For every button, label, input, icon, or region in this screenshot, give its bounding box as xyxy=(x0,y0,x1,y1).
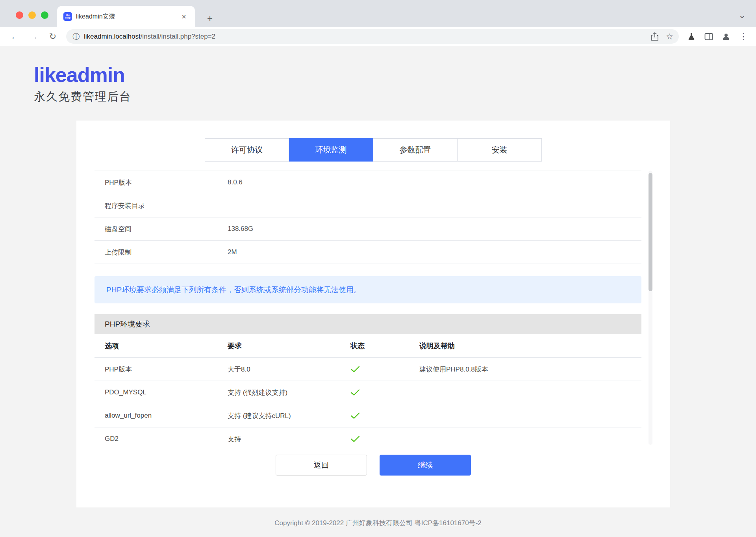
step-tabs: 许可协议 环境监测 参数配置 安装 xyxy=(205,121,542,162)
req-requirement: 大于8.0 xyxy=(228,365,350,374)
req-option: PHP版本 xyxy=(105,365,228,374)
req-requirement: 支持 xyxy=(228,435,350,444)
browser-chrome: like shop likeadmin安装 × + ⌄ ← → ↻ ⓘ like… xyxy=(0,0,756,46)
req-option: PDO_MYSQL xyxy=(105,388,228,396)
bookmark-star-icon[interactable]: ☆ xyxy=(666,32,673,41)
install-card: 许可协议 环境监测 参数配置 安装 PHP版本 8.0.6 程序安装目录 磁盘空… xyxy=(76,121,670,507)
php-requirements-notice: PHP环境要求必须满足下列所有条件，否则系统或系统部分功能将无法使用。 xyxy=(94,276,641,303)
info-value: 2M xyxy=(228,248,641,256)
site-info-icon[interactable]: ⓘ xyxy=(72,32,80,41)
requirements-header-row: 选项 要求 状态 说明及帮助 xyxy=(94,334,641,358)
back-icon[interactable]: ← xyxy=(8,30,22,43)
req-help: 建议使用PHP8.0.8版本 xyxy=(419,365,641,374)
table-row: 上传限制 2M xyxy=(94,241,641,264)
continue-button[interactable]: 继续 xyxy=(380,455,471,476)
new-tab-button[interactable]: + xyxy=(204,13,216,24)
info-value: 138.68G xyxy=(228,225,641,233)
req-requirement: 支持 (强烈建议支持) xyxy=(228,388,350,397)
brand-header: likeadmin 永久免费管理后台 xyxy=(34,65,756,105)
column-header-status: 状态 xyxy=(350,341,419,351)
window-minimize-button[interactable] xyxy=(28,11,36,19)
php-requirements-section-title: PHP环境要求 xyxy=(94,314,641,334)
table-row: 程序安装目录 xyxy=(94,194,641,217)
toolbar-right-icons: ⋮ xyxy=(684,30,750,44)
chevron-down-icon[interactable]: ⌄ xyxy=(739,10,746,20)
window-close-button[interactable] xyxy=(16,11,23,19)
info-label: PHP版本 xyxy=(105,178,228,187)
info-label: 程序安装目录 xyxy=(105,201,228,210)
tab-title: likeadmin安装 xyxy=(76,13,179,21)
req-requirement: 支持 (建议支持cURL) xyxy=(228,411,350,420)
back-button[interactable]: 返回 xyxy=(276,455,367,476)
tab-strip: like shop likeadmin安装 × + ⌄ xyxy=(0,0,756,27)
browser-tab[interactable]: like shop likeadmin安装 × xyxy=(57,6,195,27)
extension-flask-icon[interactable] xyxy=(684,30,699,44)
install-page: likeadmin 永久免费管理后台 许可协议 环境监测 参数配置 安装 PHP… xyxy=(0,46,756,528)
profile-avatar-icon[interactable] xyxy=(719,30,733,44)
table-row: GD2 支持 xyxy=(94,427,641,445)
side-panel-icon[interactable] xyxy=(702,30,716,44)
window-controls xyxy=(16,11,48,19)
req-option: allow_url_fopen xyxy=(105,412,228,420)
tab-environment-check[interactable]: 环境监测 xyxy=(289,138,373,162)
column-header-option: 选项 xyxy=(105,341,228,351)
table-row: allow_url_fopen 支持 (建议支持cURL) xyxy=(94,404,641,427)
check-icon xyxy=(350,366,419,373)
table-row: 磁盘空间 138.68G xyxy=(94,217,641,241)
req-option: GD2 xyxy=(105,435,228,443)
tab-parameter-config[interactable]: 参数配置 xyxy=(373,138,458,162)
environment-scroll-area[interactable]: PHP版本 8.0.6 程序安装目录 磁盘空间 138.68G 上传限制 2M … xyxy=(94,171,641,445)
check-icon xyxy=(350,389,419,396)
forward-icon[interactable]: → xyxy=(27,30,41,43)
check-icon xyxy=(350,412,419,419)
url-text: likeadmin.localhost/install/install.php?… xyxy=(84,33,215,41)
browser-menu-icon[interactable]: ⋮ xyxy=(736,30,750,44)
table-row: PHP版本 8.0.6 xyxy=(94,171,641,194)
info-label: 上传限制 xyxy=(105,248,228,257)
likeadmin-logo: likeadmin xyxy=(34,65,756,85)
window-zoom-button[interactable] xyxy=(41,11,48,19)
brand-tagline: 永久免费管理后台 xyxy=(34,89,756,105)
tab-license[interactable]: 许可协议 xyxy=(205,138,289,162)
browser-toolbar: ← → ↻ ⓘ likeadmin.localhost/install/inst… xyxy=(0,27,756,46)
address-bar[interactable]: ⓘ likeadmin.localhost/install/install.ph… xyxy=(66,29,679,44)
share-icon[interactable] xyxy=(651,32,659,41)
tab-install[interactable]: 安装 xyxy=(458,138,542,162)
check-icon xyxy=(350,435,419,442)
copyright-footer: Copyright © 2019-2022 广州好象科技有限公司 粤ICP备16… xyxy=(0,518,756,528)
table-row: PHP版本 大于8.0 建议使用PHP8.0.8版本 xyxy=(94,358,641,381)
reload-icon[interactable]: ↻ xyxy=(46,30,59,43)
column-header-help: 说明及帮助 xyxy=(419,341,641,351)
info-label: 磁盘空间 xyxy=(105,225,228,234)
table-row: PDO_MYSQL 支持 (强烈建议支持) xyxy=(94,381,641,404)
info-value: 8.0.6 xyxy=(228,178,641,186)
scrollbar-track[interactable] xyxy=(649,171,652,445)
tab-close-icon[interactable]: × xyxy=(179,12,189,21)
scrollbar-thumb[interactable] xyxy=(649,173,652,291)
column-header-requirement: 要求 xyxy=(228,341,350,351)
favicon-likeshop: like shop xyxy=(63,12,72,21)
action-buttons: 返回 继续 xyxy=(76,455,670,476)
